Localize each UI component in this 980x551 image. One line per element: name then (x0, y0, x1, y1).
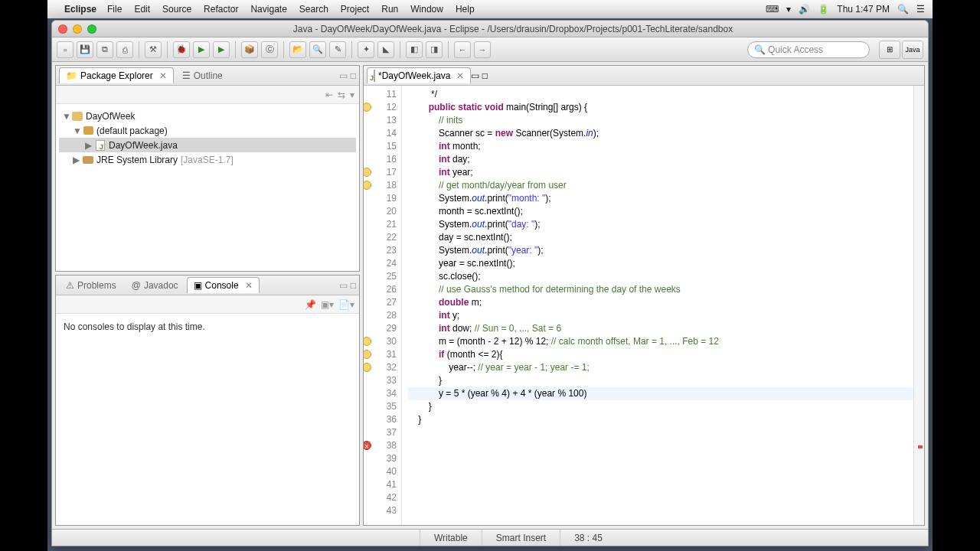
minimize-window-button[interactable] (73, 24, 82, 34)
menu-run[interactable]: Run (381, 4, 398, 15)
zoom-window-button[interactable] (87, 24, 96, 34)
eclipse-window: Java - DayOfWeek/DayOfWeek.java - Eclips… (51, 20, 929, 546)
maximize-view-icon[interactable]: □ (482, 70, 488, 81)
window-title: Java - DayOfWeek/DayOfWeek.java - Eclips… (104, 24, 922, 34)
status-insert: Smart Insert (482, 530, 560, 546)
status-cursor-pos: 38 : 45 (560, 530, 616, 546)
minimize-view-icon[interactable]: ▭ (471, 70, 479, 81)
console-icon: ▣ (194, 280, 202, 291)
menu-edit[interactable]: Edit (134, 4, 150, 15)
console-empty-message: No consoles to display at this time. (56, 314, 359, 340)
view-menu-icon[interactable]: ▾ (350, 90, 354, 100)
tree-package[interactable]: ▼ (default package) (59, 123, 356, 138)
battery-icon[interactable]: 🔋 (818, 4, 829, 15)
tab-package-explorer[interactable]: 📁 Package Explorer ✕ (59, 67, 174, 83)
minimize-view-icon[interactable]: ▭ (339, 70, 348, 81)
debug-button[interactable]: 🐞 (173, 41, 190, 58)
eclipse-toolbar: ▫ 💾 ⧉ ⎙ ⚒ 🐞 ▶ ▶ 📦 Ⓒ 📂 🔍 ✎ ✦ ◣ ◧ ◨ ← → (52, 37, 928, 62)
problems-icon: ⚠ (66, 280, 74, 291)
editor-view: *DayOfWeek.java ✕ ▭ □ 111213141516171819… (363, 65, 925, 526)
java-perspective-button[interactable]: Java (902, 41, 923, 59)
package-explorer-icon: 📁 (66, 70, 77, 81)
code-editor[interactable]: 1112131415161718192021222324252627282930… (364, 86, 924, 525)
quick-access-input[interactable]: 🔍 Quick Access (747, 41, 870, 58)
run-last-button[interactable]: ▶ (213, 41, 230, 58)
status-bar: Writable Smart Insert 38 : 45 (52, 529, 928, 546)
javadoc-icon: @ (132, 280, 141, 291)
search-button[interactable]: 🔍 (309, 41, 326, 58)
pin-console-icon[interactable]: 📌 (305, 299, 316, 310)
link-editor-icon[interactable]: ⇆ (338, 90, 345, 100)
prev-annotation-button[interactable]: ◧ (406, 41, 423, 58)
menu-navigate[interactable]: Navigate (250, 4, 286, 15)
menu-project[interactable]: Project (341, 4, 369, 15)
close-icon[interactable]: ✕ (456, 70, 464, 81)
tree-file-selected[interactable]: ▶ DayOfWeek.java (59, 138, 356, 152)
status-writable: Writable (420, 530, 482, 546)
console-view: ⚠ Problems @ Javadoc ▣ Console ✕ (55, 275, 360, 526)
mac-menubar: Eclipse File Edit Source Refactor Naviga… (47, 0, 933, 18)
tab-console[interactable]: ▣ Console ✕ (187, 277, 260, 293)
close-icon[interactable]: ✕ (245, 280, 253, 291)
wifi-icon[interactable]: ▾ (786, 4, 791, 15)
forward-button[interactable]: → (474, 41, 491, 58)
open-type-button[interactable]: 📂 (289, 41, 306, 58)
close-icon[interactable]: ✕ (159, 70, 167, 81)
new-button[interactable]: ▫ (57, 41, 74, 58)
toggle-breadcrumb-button[interactable]: ◣ (377, 41, 394, 58)
maximize-view-icon[interactable]: □ (351, 280, 356, 291)
tab-problems[interactable]: ⚠ Problems (59, 277, 123, 293)
editor-tab[interactable]: *DayOfWeek.java ✕ (367, 67, 471, 83)
new-class-button[interactable]: Ⓒ (261, 41, 278, 58)
titlebar: Java - DayOfWeek/DayOfWeek.java - Eclips… (52, 21, 928, 37)
annotate-button[interactable]: ✎ (329, 41, 346, 58)
maximize-view-icon[interactable]: □ (351, 70, 356, 81)
menubar-app[interactable]: Eclipse (64, 4, 96, 15)
overview-ruler[interactable] (913, 86, 924, 525)
save-button[interactable]: 💾 (77, 41, 93, 58)
next-annotation-button[interactable]: ◨ (426, 41, 443, 58)
back-button[interactable]: ← (454, 41, 471, 58)
collapse-all-icon[interactable]: ⇤ (325, 90, 333, 100)
volume-icon[interactable]: 🔊 (799, 4, 810, 15)
print-button[interactable]: ⎙ (116, 41, 133, 58)
menu-search[interactable]: Search (299, 4, 328, 15)
toggle-mark-button[interactable]: ✦ (358, 41, 374, 58)
outline-icon: ☰ (182, 70, 191, 81)
display-console-icon[interactable]: ▣▾ (321, 299, 334, 310)
menu-source[interactable]: Source (162, 4, 191, 15)
menu-refactor[interactable]: Refactor (204, 4, 238, 15)
package-explorer-tree[interactable]: ▼ DayOfWeek ▼ (default package) ▶ DayOfW… (56, 104, 359, 271)
menubar-clock[interactable]: Thu 1:47 PM (837, 4, 890, 15)
notifications-icon[interactable]: ☰ (916, 4, 925, 15)
open-console-icon[interactable]: 📄▾ (338, 299, 354, 310)
close-window-button[interactable] (58, 24, 67, 34)
menu-file[interactable]: File (107, 4, 122, 15)
new-package-button[interactable]: 📦 (241, 41, 258, 58)
menu-window[interactable]: Window (410, 4, 443, 15)
tree-project[interactable]: ▼ DayOfWeek (59, 109, 356, 123)
tree-jre-library[interactable]: ▶ JRE System Library [JavaSE-1.7] (59, 152, 356, 167)
tab-outline[interactable]: ☰ Outline (175, 67, 230, 83)
spotlight-icon[interactable]: 🔍 (897, 4, 909, 15)
open-perspective-button[interactable]: ⊞ (879, 41, 900, 59)
minimize-view-icon[interactable]: ▭ (339, 280, 348, 291)
package-explorer-view: 📁 Package Explorer ✕ ☰ Outline ▭ □ (55, 65, 360, 272)
tab-javadoc[interactable]: @ Javadoc (125, 277, 185, 293)
run-button[interactable]: ▶ (193, 41, 210, 58)
build-button[interactable]: ⚒ (145, 41, 162, 58)
save-all-button[interactable]: ⧉ (96, 41, 113, 58)
search-icon: 🔍 (754, 44, 766, 55)
menu-help[interactable]: Help (456, 4, 475, 15)
keyboard-icon[interactable]: ⌨ (766, 4, 779, 15)
